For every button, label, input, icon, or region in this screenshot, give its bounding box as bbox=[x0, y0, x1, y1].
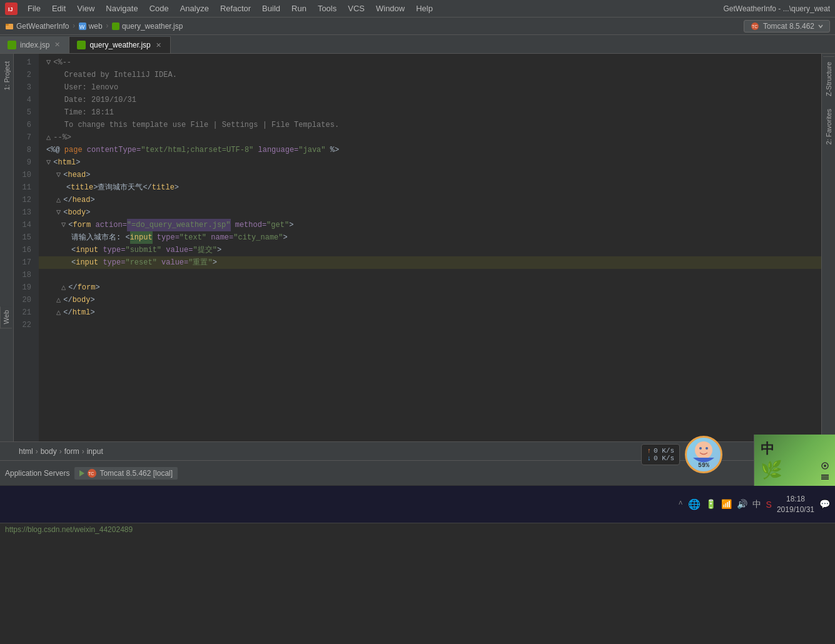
line-num-1: 1 bbox=[14, 56, 36, 69]
code-editor[interactable]: ▽<%-- Created by IntelliJ IDEA. User: le… bbox=[39, 54, 821, 441]
code-line-8: <%@ page contentType="text/html;charset=… bbox=[39, 144, 821, 156]
fold-arrow-9: ▽ bbox=[46, 156, 51, 169]
svg-rect-6 bbox=[112, 23, 119, 30]
menu-file[interactable]: File bbox=[23, 3, 46, 14]
right-panel-icons: Z-Structure 2: Favorites bbox=[821, 54, 835, 441]
tray-notification-icon[interactable]: 💬 bbox=[819, 499, 830, 510]
tab-icon-index bbox=[8, 41, 16, 49]
tomcat-entry[interactable]: TC Tomcat 8.5.462 [local] bbox=[74, 467, 178, 480]
code-line-11: <title>查询城市天气</title> bbox=[39, 181, 821, 194]
tray-arrow[interactable]: ^ bbox=[678, 500, 682, 509]
tomcat-run-icon bbox=[79, 470, 84, 476]
code-line-19: △</form> bbox=[39, 281, 821, 294]
upload-arrow: ↑ bbox=[647, 447, 651, 455]
app-icon: IJ bbox=[5, 3, 18, 15]
tomcat-name: Tomcat 8.5.462 bbox=[763, 22, 814, 31]
code-line-14: ▽<form action="=do_query_weather.jsp" me… bbox=[39, 219, 821, 231]
breadcrumb-sep-2: › bbox=[105, 22, 109, 31]
code-line-3: User: lenovo bbox=[39, 81, 821, 94]
tomcat-badge[interactable]: TC Tomcat 8.5.462 bbox=[744, 20, 830, 33]
z-structure-label[interactable]: Z-Structure bbox=[823, 56, 834, 101]
menu-navigate[interactable]: Navigate bbox=[101, 3, 143, 14]
download-speed-value: 0 K/s bbox=[654, 455, 674, 462]
fold-arrow-1: ▽ bbox=[46, 56, 51, 69]
editor-area: 1: Project 1 2 3 4 5 6 7 8 9 10 11 12 13… bbox=[0, 54, 835, 441]
menu-code[interactable]: Code bbox=[144, 3, 174, 14]
tray-battery-icon: 🔋 bbox=[706, 499, 716, 510]
line-num-6: 6 bbox=[14, 119, 36, 131]
url-bar: https://blog.csdn.net/weixin_44202489 bbox=[0, 523, 835, 535]
web-panel-label[interactable]: Web bbox=[0, 306, 12, 328]
svg-text:TC: TC bbox=[752, 24, 757, 29]
svg-point-12 bbox=[699, 447, 702, 450]
menu-tools[interactable]: Tools bbox=[313, 3, 342, 14]
breadcrumb-web[interactable]: W web bbox=[79, 22, 103, 31]
tab-close-index[interactable]: ✕ bbox=[53, 40, 61, 49]
menu-refactor[interactable]: Refactor bbox=[215, 3, 256, 14]
code-line-9: ▽<html> bbox=[39, 156, 821, 169]
upload-speed-value: 0 K/s bbox=[654, 447, 674, 455]
menu-bar: IJ File Edit View Navigate Code Analyze … bbox=[0, 0, 835, 18]
line-num-9: 9 bbox=[14, 156, 36, 169]
line-num-7: 7 bbox=[14, 131, 36, 144]
menu-run[interactable]: Run bbox=[286, 3, 311, 14]
line-num-5: 5 bbox=[14, 106, 36, 119]
svg-point-11 bbox=[695, 441, 712, 459]
tray-wifi-icon: 📶 bbox=[721, 499, 732, 510]
svg-point-13 bbox=[706, 447, 708, 450]
settings-icon[interactable] bbox=[820, 472, 830, 482]
floating-widgets: ↑ 0 K/s ↓ 0 K/s 59% bbox=[641, 436, 722, 473]
tab-index-jsp[interactable]: index.jsp ✕ bbox=[0, 36, 69, 53]
status-chevron-3: › bbox=[82, 447, 84, 456]
tab-close-query[interactable]: ✕ bbox=[154, 41, 163, 50]
folder-icon bbox=[5, 22, 14, 31]
menu-window[interactable]: Window bbox=[371, 3, 410, 14]
menu-bar-right: GetWeatherInfo - ...\query_weat bbox=[723, 4, 830, 13]
line-num-18: 18 bbox=[14, 269, 36, 281]
status-chevron-1: › bbox=[36, 447, 38, 456]
menu-edit[interactable]: Edit bbox=[47, 3, 71, 14]
menu-build[interactable]: Build bbox=[257, 3, 285, 14]
tab-icon-query bbox=[77, 41, 86, 49]
breadcrumb-file[interactable]: query_weather.jsp bbox=[112, 22, 183, 31]
gear-icon[interactable] bbox=[820, 461, 830, 471]
download-speed: ↓ 0 K/s bbox=[647, 455, 674, 462]
nature-settings bbox=[820, 461, 830, 482]
code-line-15: 请输入城市名: <input type="text" name="city_na… bbox=[39, 231, 821, 244]
tray-date-value: 2019/10/31 bbox=[777, 505, 814, 515]
svg-rect-18 bbox=[821, 478, 829, 480]
line-num-21: 21 bbox=[14, 306, 36, 319]
url-text[interactable]: https://blog.csdn.net/weixin_44202489 bbox=[5, 525, 133, 534]
menu-analyze[interactable]: Analyze bbox=[175, 3, 214, 14]
tab-label-index: index.jsp bbox=[20, 41, 49, 49]
tray-ime-icon: 中 bbox=[752, 499, 761, 510]
code-line-16: <input type="submit" value="提交"> bbox=[39, 244, 821, 256]
code-line-13: ▽<body> bbox=[39, 206, 821, 219]
window-title: GetWeatherInfo - ...\query_weat bbox=[723, 4, 830, 13]
tomcat-selector[interactable]: TC Tomcat 8.5.462 bbox=[744, 20, 830, 33]
menu-help[interactable]: Help bbox=[411, 3, 438, 14]
line-num-11: 11 bbox=[14, 181, 36, 194]
tab-query-weather-jsp[interactable]: query_weather.jsp ✕ bbox=[69, 36, 170, 53]
code-line-2: Created by IntelliJ IDEA. bbox=[39, 69, 821, 81]
status-path-form: form bbox=[64, 447, 79, 456]
line-numbers: 1 2 3 4 5 6 7 8 9 10 11 12 13 14 15 16 1… bbox=[14, 54, 39, 441]
favorites-label[interactable]: 2: Favorites bbox=[823, 104, 834, 149]
line-num-16: 16 bbox=[14, 244, 36, 256]
tomcat-server-icon: TC bbox=[87, 468, 97, 478]
line-num-12: 12 bbox=[14, 194, 36, 206]
menu-view[interactable]: View bbox=[72, 3, 99, 14]
svg-rect-17 bbox=[821, 476, 829, 478]
code-line-7: △--%> bbox=[39, 131, 821, 144]
line-num-4: 4 bbox=[14, 94, 36, 106]
nature-panel: 中 🌿 bbox=[754, 435, 835, 486]
tray-volume-icon: 🔊 bbox=[737, 499, 747, 510]
breadcrumb-project[interactable]: GetWeatherInfo bbox=[16, 22, 69, 31]
menu-vcs[interactable]: VCS bbox=[343, 3, 370, 14]
tomcat-local-label: Tomcat 8.5.462 [local] bbox=[99, 469, 173, 478]
project-panel-label[interactable]: 1: Project bbox=[1, 56, 13, 95]
code-line-1: ▽<%-- bbox=[39, 56, 821, 69]
line-num-17: 17 bbox=[14, 256, 36, 269]
code-line-21: △</html> bbox=[39, 306, 821, 319]
line-num-3: 3 bbox=[14, 81, 36, 94]
